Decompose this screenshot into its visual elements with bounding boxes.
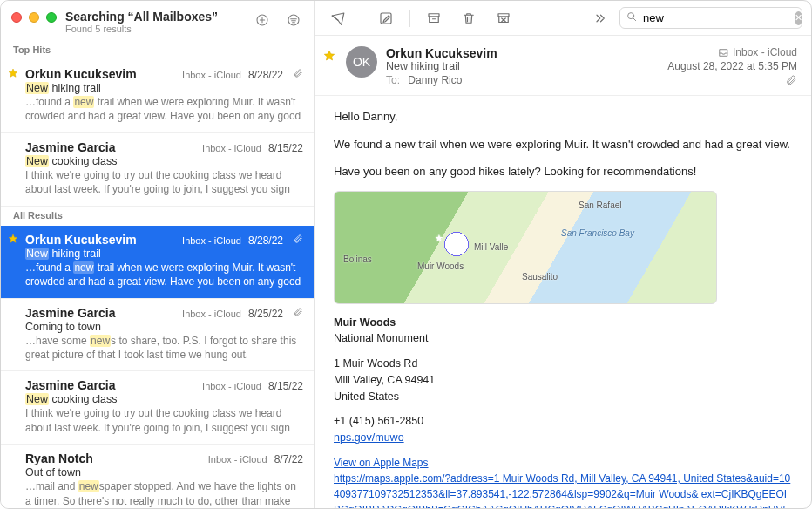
map-label: Bolinas [343, 253, 372, 266]
star-icon[interactable] [8, 234, 20, 246]
top-hits-list: Orkun KucuksevimInbox - iCloud8/28/22New… [1, 60, 314, 207]
search-icon [626, 10, 638, 25]
mailbox-indicator[interactable]: Inbox - iCloud [667, 46, 797, 58]
mailbox-label: Inbox - iCloud [202, 381, 261, 391]
place-address-line: United States [334, 389, 792, 405]
junk-button[interactable] [489, 6, 518, 31]
view-on-maps-link[interactable]: View on Apple Maps [334, 457, 429, 469]
to-label: To: [386, 74, 400, 86]
message-row[interactable]: Orkun KucuksevimInbox - iCloud8/28/22New… [1, 226, 314, 299]
message-preview: I think we're going to try out the cooki… [25, 406, 303, 435]
window-title: Searching “All Mailboxes” [65, 10, 242, 24]
reply-button[interactable] [323, 6, 353, 31]
message-date: 8/7/22 [274, 453, 303, 465]
sender-name: Jasmine Garcia [25, 140, 195, 154]
message-subject: New hiking trail [25, 82, 303, 94]
window-controls [11, 10, 57, 23]
sender-name: Orkun Kucuksevim [25, 67, 175, 81]
message-preview: …found a new trail when we were explorin… [25, 95, 303, 124]
zoom-window-button[interactable] [46, 12, 57, 23]
message-subject: Out of town [25, 466, 303, 478]
archive-button[interactable] [419, 6, 449, 31]
sender-name: Orkun Kucuksevim [25, 233, 175, 247]
search-field[interactable]: ✕ [619, 7, 802, 29]
message-row[interactable]: Orkun KucuksevimInbox - iCloud8/28/22New… [1, 60, 314, 133]
inbox-icon [718, 47, 729, 58]
place-card: Muir Woods National Monument 1 Muir Wood… [334, 315, 792, 508]
place-address-line: Mill Valley, CA 94941 [334, 372, 792, 389]
svg-rect-4 [498, 13, 509, 16]
minimize-window-button[interactable] [29, 12, 39, 23]
message-header: OK Orkun Kucuksevim New hiking trail To:… [315, 36, 811, 96]
to-line: To: Danny Rico [386, 74, 659, 86]
message-preview: I think we're going to try out the cooki… [25, 168, 303, 197]
to-name: Danny Rico [408, 74, 462, 86]
place-website-link[interactable]: nps.gov/muwo [334, 431, 404, 444]
more-toolbar-button[interactable] [585, 6, 614, 31]
star-icon[interactable] [8, 68, 20, 80]
delete-button[interactable] [454, 6, 484, 31]
map-label: Sausalito [522, 270, 558, 283]
star-icon[interactable] [323, 46, 337, 64]
toolbar: ✕ [315, 1, 811, 36]
mailbox-label: Inbox - iCloud [202, 143, 261, 153]
clear-search-button[interactable]: ✕ [795, 11, 802, 25]
star-icon[interactable] [8, 141, 20, 153]
content-pane: ✕ OK Orkun Kucuksevim New hiking trail T… [315, 1, 811, 508]
message-preview: …have some news to share, too. P.S. I fo… [25, 334, 303, 362]
attachment-icon[interactable] [667, 75, 797, 86]
attachment-icon [294, 234, 303, 247]
body-greeting: Hello Danny, [334, 108, 792, 126]
map-label: San Rafael [579, 199, 621, 212]
message-body[interactable]: Hello Danny, We found a new trail when w… [315, 96, 811, 508]
message-subject: Coming to town [25, 321, 303, 333]
message-subject: New hiking trail [386, 60, 659, 72]
place-phone: +1 (415) 561-2850 [334, 413, 792, 430]
star-icon[interactable] [8, 307, 20, 319]
star-icon[interactable] [8, 379, 20, 391]
message-subject: New cooking class [25, 155, 303, 167]
svg-point-1 [288, 15, 299, 25]
mailbox-label: Inbox - iCloud [182, 235, 241, 246]
map-label: San Francisco Bay [561, 227, 634, 240]
message-subject: New hiking trail [25, 248, 303, 260]
avatar: OK [346, 46, 377, 78]
mailbox-label: Inbox - iCloud [182, 309, 241, 319]
result-count: Found 5 results [65, 24, 242, 34]
map-pin-star-icon: ★ [435, 231, 443, 246]
title-wrap: Searching “All Mailboxes” Found 5 result… [65, 10, 242, 34]
mailbox-label: Inbox - iCloud [208, 454, 267, 465]
message-row[interactable]: Jasmine GarciaInbox - iCloud8/25/22Comin… [1, 299, 314, 371]
section-top-hits-label: Top Hits [1, 41, 314, 60]
message-row[interactable]: Ryan NotchInbox - iCloud8/7/22Out of tow… [1, 445, 314, 508]
compose-button[interactable] [371, 6, 401, 31]
search-input[interactable] [643, 11, 789, 24]
message-list-pane: Searching “All Mailboxes” Found 5 result… [1, 1, 315, 508]
message-date: 8/15/22 [268, 380, 303, 392]
all-results-list[interactable]: Orkun KucuksevimInbox - iCloud8/28/22New… [1, 226, 314, 508]
new-smart-mailbox-button[interactable] [251, 10, 274, 31]
window-titlebar: Searching “All Mailboxes” Found 5 result… [1, 1, 314, 41]
star-icon[interactable] [8, 452, 20, 465]
from-name: Orkun Kucuksevim [386, 46, 659, 60]
map-attachment[interactable]: ★ Mill Valle Muir Woods San Rafael San F… [334, 191, 717, 304]
filter-button[interactable] [282, 10, 305, 31]
sender-name: Ryan Notch [25, 451, 201, 465]
place-kind: National Monument [334, 330, 792, 347]
attachment-icon [294, 307, 303, 320]
map-label: Mill Valle [474, 241, 508, 254]
place-address-line: 1 Muir Woods Rd [334, 356, 792, 372]
body-paragraph: Have you been on any good hikes lately? … [334, 163, 792, 180]
map-label: Muir Woods [417, 260, 464, 273]
maps-url-link[interactable]: https://maps.apple.com/?address=1 Muir W… [334, 472, 790, 508]
attachment-icon [294, 68, 303, 81]
message-date: 8/28/22 [248, 234, 283, 247]
place-name: Muir Woods [334, 315, 792, 331]
close-window-button[interactable] [11, 12, 22, 23]
svg-rect-3 [429, 13, 439, 16]
mailbox-label: Inbox - iCloud [182, 70, 241, 80]
separator [362, 10, 362, 27]
message-row[interactable]: Jasmine GarciaInbox - iCloud8/15/22New c… [1, 371, 314, 445]
message-preview: …found a new trail when we were explorin… [25, 261, 303, 289]
message-row[interactable]: Jasmine GarciaInbox - iCloud8/15/22New c… [1, 133, 314, 207]
